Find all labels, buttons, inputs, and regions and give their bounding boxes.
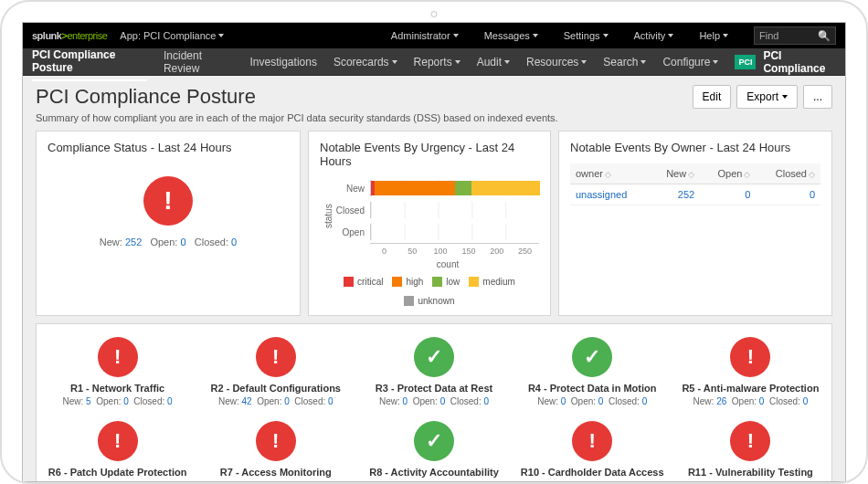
tile-counts: New: 5 Open: 0 Closed: 0	[63, 396, 173, 406]
legend-item-medium[interactable]: medium	[469, 277, 515, 287]
menu-activity[interactable]: Activity	[634, 30, 674, 41]
tab-scorecards[interactable]: Scorecards	[333, 56, 397, 68]
tab-audit[interactable]: Audit	[477, 56, 510, 68]
closed-count[interactable]: 0	[231, 237, 237, 247]
brand-logo: splunk>enterprise	[32, 30, 107, 41]
global-search-input[interactable]: Find	[754, 26, 836, 45]
category-label: Closed	[333, 205, 370, 216]
search-icon	[818, 30, 831, 42]
chevron-down-icon	[782, 95, 788, 99]
menu-messages[interactable]: Messages	[484, 30, 538, 41]
edit-button[interactable]: Edit	[693, 85, 732, 109]
requirement-tile[interactable]: R3 - Protect Data at RestNew: 0 Open: 0 …	[356, 331, 511, 412]
tile-name: R10 - Cardholder Data Access	[521, 467, 664, 478]
owner-table: owner◇ New◇ Open◇ Closed◇ unassigned 252…	[570, 163, 820, 205]
tile-counts: New: 0 Open: 0 Closed: 0	[537, 396, 647, 406]
tab-reports[interactable]: Reports	[414, 56, 460, 68]
legend-swatch-icon	[469, 277, 479, 287]
tab-incident-review[interactable]: Incident Review	[164, 49, 234, 75]
tile-counts: New: 0 Open: 0 Closed: 0	[379, 396, 489, 406]
tab-pci-compliance-posture[interactable]: PCI Compliance Posture	[32, 48, 147, 81]
legend-item-critical[interactable]: critical	[344, 277, 383, 287]
table-row[interactable]: unassigned 252 0 0	[570, 184, 820, 205]
tab-investigations[interactable]: Investigations	[250, 56, 317, 68]
panel-notable-events-owner: Notable Events By Owner - Last 24 Hours …	[558, 131, 832, 316]
status-alert-icon	[256, 421, 296, 461]
pci-badge: PCI	[735, 55, 756, 69]
col-open[interactable]: Open◇	[700, 163, 756, 184]
requirement-tile[interactable]: R11 - Vulnerability Testing	[673, 416, 828, 481]
tile-name: R4 - Protect Data in Motion	[528, 383, 657, 394]
category-label: Open	[333, 227, 370, 237]
requirement-tile[interactable]: R7 - Access Monitoring	[198, 416, 353, 481]
device-camera	[431, 11, 438, 17]
menu-help[interactable]: Help	[699, 30, 728, 41]
open-count[interactable]: 0	[180, 237, 185, 247]
global-topbar: splunk>enterprise App: PCI Compliance Ad…	[23, 23, 845, 48]
legend-swatch-icon	[432, 277, 442, 287]
urgency-chart: status NewClosedOpen050100150200250	[320, 177, 539, 256]
col-new[interactable]: New◇	[650, 163, 700, 184]
tile-name: R5 - Anti-malware Protection	[682, 383, 819, 394]
bar-segment-low[interactable]	[455, 181, 471, 195]
status-ok-icon	[572, 337, 612, 377]
panel-notable-events-urgency: Notable Events By Urgency - Last 24 Hour…	[308, 131, 551, 316]
col-closed[interactable]: Closed◇	[756, 163, 820, 184]
new-count[interactable]: 252	[125, 237, 142, 247]
y-axis-label: status	[320, 177, 333, 256]
tile-name: R11 - Vulnerability Testing	[688, 467, 813, 478]
tile-name: R3 - Protect Data at Rest	[376, 383, 492, 394]
status-alert-icon	[730, 337, 770, 377]
legend-swatch-icon	[404, 296, 414, 306]
tab-resources[interactable]: Resources	[526, 56, 587, 68]
requirement-tile[interactable]: R8 - Activity Accountability	[356, 416, 511, 481]
legend-item-low[interactable]: low	[432, 277, 460, 287]
export-button[interactable]: Export	[736, 85, 798, 109]
menu-administrator[interactable]: Administrator	[391, 30, 459, 41]
bar-segment-medium[interactable]	[471, 181, 540, 195]
status-alert-icon	[98, 337, 138, 377]
panel-title: Notable Events By Owner - Last 24 Hours	[570, 141, 820, 154]
tile-name: R2 - Default Configurations	[211, 383, 341, 394]
requirement-tiles: R1 - Network TrafficNew: 5 Open: 0 Close…	[36, 323, 832, 481]
tile-name: R6 - Patch Update Protection	[48, 467, 187, 478]
app-navbar: PCI Compliance Posture Incident Review I…	[23, 48, 845, 76]
legend-item-high[interactable]: high	[392, 277, 423, 287]
chart-legend: criticalhighlowmediumunknown	[320, 277, 539, 306]
panel-title: Notable Events By Urgency - Last 24 Hour…	[320, 141, 539, 168]
tile-name: R8 - Activity Accountability	[369, 467, 499, 478]
sort-icon: ◇	[605, 170, 611, 179]
tile-counts: New: 26 Open: 0 Closed: 0	[693, 396, 809, 406]
legend-item-unknown[interactable]: unknown	[404, 296, 454, 306]
category-label: New	[333, 184, 370, 194]
legend-swatch-icon	[344, 277, 354, 287]
requirement-tile[interactable]: R10 - Cardholder Data Access	[515, 416, 670, 481]
legend-swatch-icon	[392, 277, 402, 287]
status-ok-icon	[414, 421, 454, 461]
status-counts: New: 252 Open: 0 Closed: 0	[100, 237, 237, 247]
status-alert-icon	[256, 337, 296, 377]
panel-title: Compliance Status - Last 24 Hours	[48, 141, 289, 154]
status-alert-icon	[572, 421, 612, 461]
col-owner[interactable]: owner◇	[570, 163, 650, 184]
bar-segment-high[interactable]	[375, 181, 455, 195]
tile-counts: New: 42 Open: 0 Closed: 0	[218, 396, 333, 406]
chevron-down-icon	[218, 34, 224, 37]
x-axis-label: count	[356, 259, 539, 269]
requirement-tile[interactable]: R4 - Protect Data in MotionNew: 0 Open: …	[515, 331, 670, 412]
app-selector[interactable]: App: PCI Compliance	[120, 30, 224, 41]
requirement-tile[interactable]: R6 - Patch Update Protection	[40, 416, 195, 481]
menu-settings[interactable]: Settings	[564, 30, 609, 41]
requirement-tile[interactable]: R1 - Network TrafficNew: 5 Open: 0 Close…	[40, 331, 195, 412]
tab-search[interactable]: Search	[603, 56, 646, 68]
page-title: PCI Compliance Posture	[36, 85, 558, 109]
tile-name: R7 - Access Monitoring	[220, 467, 332, 478]
status-alert-icon	[730, 421, 770, 461]
more-button[interactable]: ...	[803, 85, 832, 109]
requirement-tile[interactable]: R2 - Default ConfigurationsNew: 42 Open:…	[198, 331, 353, 412]
tab-configure[interactable]: Configure	[662, 56, 718, 68]
app-title: PCI Compliance	[763, 49, 836, 75]
status-alert-icon	[143, 176, 193, 226]
tile-name: R1 - Network Traffic	[70, 383, 164, 394]
requirement-tile[interactable]: R5 - Anti-malware ProtectionNew: 26 Open…	[673, 331, 828, 412]
